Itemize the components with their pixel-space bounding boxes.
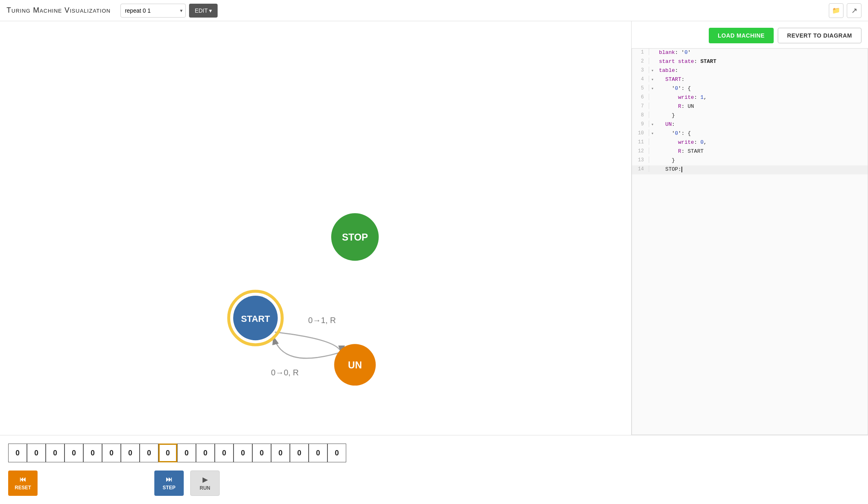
line-content-8: } [656,112,868,119]
code-line-1: 1 blank: '0' [632,49,868,58]
line-number-7: 7 [632,103,649,109]
tape-cell-14: 0 [271,444,290,462]
code-line-4: 4 ▾ START: [632,76,868,85]
line-content-5: '0': { [656,85,868,92]
step-button[interactable]: ⏭ STEP [154,471,184,496]
export-button[interactable]: ↗ [847,3,861,18]
edge-un-start [273,336,338,358]
line-toggle-13 [649,156,656,158]
diagram-svg: 0→1, R 0→0, R STOP START UN [0,21,631,435]
step-icon: ⏭ [166,476,172,483]
folder-button[interactable]: 📁 [829,3,844,18]
code-line-5: 5 ▾ '0': { [632,85,868,94]
code-line-12: 12 R: START [632,147,868,156]
line-toggle-6 [649,94,656,95]
code-line-7: 7 R: UN [632,103,868,112]
code-line-8: 8 } [632,112,868,120]
edge-label-un-start: 0→0, R [271,368,299,377]
header: Turing Machine Visualization repeat 0 1 … [0,0,868,21]
line-toggle-2 [649,58,656,59]
line-toggle-3[interactable]: ▾ [649,67,656,73]
code-line-13: 13 } [632,156,868,165]
run-icon: ▶ [203,476,207,484]
line-toggle-10[interactable]: ▾ [649,129,656,136]
tape-cell-13: 0 [252,444,271,462]
line-number-12: 12 [632,147,649,154]
code-line-3: 3 ▾ table: [632,67,868,76]
folder-icon: 📁 [832,7,840,14]
line-toggle-8 [649,112,656,113]
code-line-11: 11 write: 0, [632,138,868,147]
line-content-9: UN: [656,120,868,128]
line-content-14: STOP: [656,165,868,173]
program-select-wrapper: repeat 0 1 increment copy blank [120,4,186,18]
tape-cell-15: 0 [290,444,309,462]
code-line-10: 10 ▾ '0': { [632,129,868,138]
tape-cell-1: 0 [27,444,46,462]
run-button[interactable]: ▶ RUN [190,471,220,496]
line-content-11: write: 0, [656,138,868,146]
line-content-13: } [656,156,868,164]
tape-cell-0: 0 [8,444,27,462]
line-toggle-4[interactable]: ▾ [649,76,656,82]
tape-cell-2: 0 [46,444,65,462]
line-number-8: 8 [632,112,649,118]
line-toggle-9[interactable]: ▾ [649,120,656,127]
line-content-10: '0': { [656,129,868,137]
line-number-10: 10 [632,129,649,136]
line-number-9: 9 [632,120,649,127]
tape-cell-7: 0 [140,444,158,462]
main: 0→1, R 0→0, R STOP START UN LOAD MACHINE [0,21,868,504]
tape-cell-5: 0 [102,444,121,462]
revert-button[interactable]: REVERT TO DIAGRAM [778,28,861,43]
line-number-3: 3 [632,67,649,73]
line-number-6: 6 [632,94,649,100]
line-content-4: START: [656,76,868,83]
tape-container: 000000000000000000 [8,444,860,462]
line-number-13: 13 [632,156,649,163]
line-toggle-5[interactable]: ▾ [649,85,656,91]
line-toggle-14 [649,165,656,167]
program-select[interactable]: repeat 0 1 increment copy blank [120,4,186,18]
line-content-2: start state: START [656,58,868,65]
reset-label: RESET [15,485,31,491]
code-panel-buttons: LOAD MACHINE REVERT TO DIAGRAM [632,21,868,48]
code-line-9: 9 ▾ UN: [632,120,868,129]
line-toggle-12 [649,147,656,149]
node-start-label: START [241,314,270,324]
node-stop-label: STOP [342,232,368,243]
code-editor[interactable]: 1 blank: '0' 2 start state: START 3 ▾ ta… [632,48,868,435]
top-section: 0→1, R 0→0, R STOP START UN LOAD MACHINE [0,21,868,435]
tape-cell-17: 0 [327,444,346,462]
bottom-section: 000000000000000000 ⏮ RESET ⏭ STEP ▶ RUN [0,435,868,504]
tape-cell-10: 0 [196,444,215,462]
controls: ⏮ RESET ⏭ STEP ▶ RUN [8,471,860,504]
diagram-area: 0→1, R 0→0, R STOP START UN [0,21,631,435]
line-number-11: 11 [632,138,649,145]
edit-button[interactable]: EDIT ▾ [189,4,218,18]
line-number-1: 1 [632,49,649,55]
code-line-14: 14 STOP: [632,165,868,174]
line-number-14: 14 [632,165,649,172]
line-content-7: R: UN [656,103,868,110]
load-machine-button[interactable]: LOAD MACHINE [709,28,774,43]
app-title: Turing Machine Visualization [7,6,111,15]
export-icon: ↗ [851,6,857,15]
edge-start-un [275,332,342,355]
tape-cell-16: 0 [309,444,327,462]
tape-cell-3: 0 [65,444,83,462]
reset-button[interactable]: ⏮ RESET [8,471,38,496]
tape-cell-4: 0 [83,444,102,462]
tape-cell-12: 0 [234,444,252,462]
line-number-2: 2 [632,58,649,64]
run-label: RUN [200,485,210,491]
line-content-3: table: [656,67,868,74]
step-label: STEP [162,485,175,491]
code-line-6: 6 write: 1, [632,94,868,103]
tape-cell-8: 0 [158,444,177,462]
line-number-4: 4 [632,76,649,82]
line-toggle-1 [649,49,656,50]
line-content-6: write: 1, [656,94,868,101]
line-toggle-7 [649,103,656,104]
line-number-5: 5 [632,85,649,91]
